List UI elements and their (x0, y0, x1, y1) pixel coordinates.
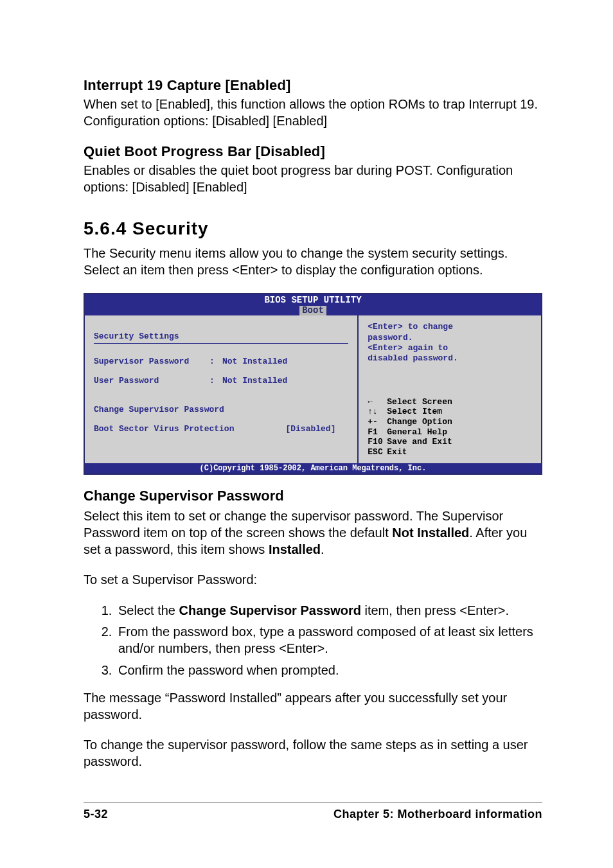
bios-box: BIOS SETUP UTILITY Boot Security Setting… (84, 293, 542, 475)
bios-help-l2: password. (368, 333, 532, 343)
footer-chapter: Chapter 5: Motherboard information (333, 808, 542, 821)
p-change-note: To change the supervisor password, follo… (84, 737, 542, 770)
bios-row-user-label: User Password (94, 376, 209, 385)
bios-bsvp-label: Boot Sector Virus Protection (94, 424, 234, 434)
csp-p1b: Not Installed (392, 526, 469, 540)
esc-key-icon: ESC (368, 447, 387, 457)
bios-bsvp-value: [Disabled] (285, 424, 335, 434)
bios-key-legend: ←Select Screen ↑↓Select Item +-Change Op… (368, 397, 532, 457)
updown-arrow-icon: ↑↓ (368, 407, 387, 417)
bios-right-panel: <Enter> to change password. <Enter> agai… (359, 315, 541, 463)
bios-help-l4: disabled password. (368, 353, 532, 364)
bios-change-supervisor-item: Change Supervisor Password (94, 405, 224, 414)
bios-copyright: (C)Copyright 1985-2002, American Megatre… (85, 463, 541, 474)
bios-key-exit: Exit (387, 447, 532, 457)
steps-list: Select the Change Supervisor Password it… (84, 603, 542, 678)
bios-title: BIOS SETUP UTILITY (85, 296, 541, 305)
bios-left-panel: Security Settings Supervisor Password: N… (85, 315, 359, 463)
step-2: From the password box, type a password c… (116, 624, 542, 657)
f10-key-icon: F10 (368, 437, 387, 447)
body-quiet-boot: Enables or disables the quiet boot progr… (84, 163, 542, 195)
f1-key-icon: F1 (368, 427, 387, 438)
bios-key-select-screen: Select Screen (387, 397, 532, 407)
bios-key-save-exit: Save and Exit (387, 437, 532, 447)
s1b: Change Supervisor Password (179, 603, 361, 617)
left-arrow-icon: ← (368, 397, 387, 407)
s1c: item, then press <Enter>. (361, 603, 509, 617)
p-set-supervisor-lead: To set a Supervisor Password: (84, 572, 542, 589)
csp-p1e: . (321, 542, 324, 556)
step-3: Confirm the password when prompted. (116, 662, 542, 679)
bios-help-l1: <Enter> to change (368, 322, 532, 332)
bios-titlebar: BIOS SETUP UTILITY Boot (85, 294, 541, 316)
bios-row-supervisor-label: Supervisor Password (94, 357, 209, 366)
s1a: Select the (118, 603, 179, 617)
step-1: Select the Change Supervisor Password it… (116, 603, 542, 619)
footer-page-number: 5-32 (84, 808, 108, 821)
bios-key-general-help: General Help (387, 427, 532, 438)
csp-p1d: Installed (269, 542, 321, 556)
plusminus-icon: +- (368, 417, 387, 427)
section-intro: The Security menu items allow you to cha… (84, 245, 542, 278)
heading-interrupt19: Interrupt 19 Capture [Enabled] (84, 77, 542, 94)
bios-key-select-item: Select Item (387, 407, 532, 417)
section-heading-security: 5.6.4 Security (84, 218, 542, 239)
bios-tab-boot: Boot (299, 306, 326, 315)
p-after-set: The message “Password Installed” appears… (84, 690, 542, 723)
bios-key-change-option: Change Option (387, 417, 532, 427)
bios-row-user-value: Not Installed (222, 376, 287, 385)
bios-security-heading: Security Settings (94, 332, 179, 341)
page-footer: 5-32 Chapter 5: Motherboard information (84, 802, 542, 821)
body-interrupt19: When set to [Enabled], this function all… (84, 96, 542, 129)
bios-row-supervisor-value: Not Installed (222, 357, 287, 366)
heading-change-supervisor: Change Supervisor Password (84, 488, 542, 504)
heading-quiet-boot: Quiet Boot Progress Bar [Disabled] (84, 143, 542, 160)
bios-help-l3: <Enter> again to (368, 343, 532, 353)
p-change-supervisor-desc: Select this item to set or change the su… (84, 508, 542, 558)
